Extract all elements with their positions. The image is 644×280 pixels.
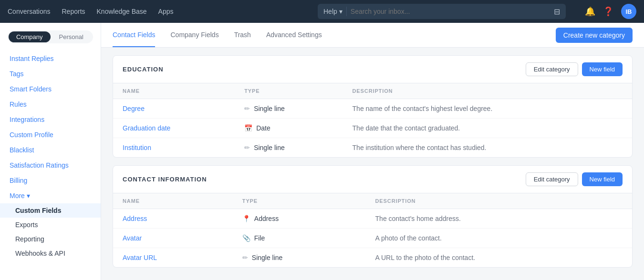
- education-new-field-button[interactable]: New field: [582, 62, 623, 76]
- education-fields-table: NAME TYPE DESCRIPTION Degree ✏Single lin…: [113, 83, 632, 157]
- contact-information-category-actions: Edit category New field: [526, 172, 623, 186]
- tab-advanced-settings[interactable]: Advanced Settings: [266, 23, 322, 47]
- nav-knowledge-base[interactable]: Knowledge Base: [97, 6, 147, 17]
- table-row: Avatar 📎File A photo of the contact.: [113, 229, 632, 248]
- file-icon: 📎: [242, 234, 250, 242]
- chevron-down-icon: ▾: [339, 8, 343, 15]
- help-dropdown[interactable]: Help ▾: [323, 8, 343, 15]
- field-avatar-type-label: File: [254, 234, 265, 242]
- education-category-header: EDUCATION Edit category New field: [113, 56, 632, 83]
- sidebar: Company Personal Instant Replies Tags Sm…: [0, 23, 101, 280]
- field-institution-name[interactable]: Institution: [123, 144, 151, 151]
- field-avatar-type: 📎File: [242, 234, 356, 242]
- content-area: Contact Fields Company Fields Trash Adva…: [101, 23, 644, 280]
- education-table-header-row: NAME TYPE DESCRIPTION: [113, 83, 632, 99]
- field-degree-name[interactable]: Degree: [123, 105, 145, 112]
- nav-reports[interactable]: Reports: [62, 6, 85, 17]
- education-edit-category-button[interactable]: Edit category: [526, 62, 578, 76]
- search-input[interactable]: [351, 8, 550, 15]
- contact-information-col-name: NAME: [113, 193, 233, 209]
- tab-bar: Contact Fields Company Fields Trash Adva…: [101, 23, 644, 48]
- sidebar-item-webhooks-api[interactable]: Webhooks & API: [0, 246, 101, 260]
- sidebar-item-custom-profile[interactable]: Custom Profile: [0, 127, 101, 142]
- create-new-category-button[interactable]: Create new category: [556, 28, 633, 43]
- education-col-name: NAME: [113, 83, 235, 99]
- table-row: Address 📍Address The contact's home addr…: [113, 209, 632, 229]
- nav-apps[interactable]: Apps: [158, 6, 174, 17]
- sidebar-item-blacklist[interactable]: Blacklist: [0, 142, 101, 158]
- help-circle-icon[interactable]: ❓: [603, 6, 613, 17]
- field-address-description: The contact's home address.: [375, 215, 461, 222]
- field-graduation-date-type-label: Date: [256, 124, 270, 132]
- contact-information-category-section: CONTACT INFORMATION Edit category New fi…: [113, 165, 633, 268]
- sidebar-item-reporting[interactable]: Reporting: [0, 232, 101, 246]
- field-address-type: 📍Address: [242, 215, 356, 222]
- contact-information-category-header: CONTACT INFORMATION Edit category New fi…: [113, 166, 632, 193]
- search-divider: [346, 7, 347, 16]
- sidebar-item-satisfaction-ratings[interactable]: Satisfaction Ratings: [0, 158, 101, 173]
- contact-information-col-type: TYPE: [233, 193, 366, 209]
- personal-toggle-btn[interactable]: Personal: [51, 31, 93, 42]
- single-line-icon: ✏: [242, 254, 248, 261]
- date-icon: 📅: [244, 124, 252, 132]
- tab-trash[interactable]: Trash: [234, 23, 251, 47]
- field-degree-description: The name of the contact's highest level …: [353, 105, 493, 112]
- sidebar-item-smart-folders[interactable]: Smart Folders: [0, 81, 101, 97]
- company-personal-toggle: Company Personal: [8, 30, 93, 43]
- tab-contact-fields[interactable]: Contact Fields: [113, 23, 155, 47]
- single-line-icon: ✏: [244, 144, 250, 151]
- tab-company-fields[interactable]: Company Fields: [170, 23, 218, 47]
- contact-information-new-field-button[interactable]: New field: [582, 172, 623, 186]
- field-avatar-description: A photo of the contact.: [375, 234, 442, 242]
- contact-information-edit-category-button[interactable]: Edit category: [526, 172, 578, 186]
- sidebar-item-billing[interactable]: Billing: [0, 173, 101, 188]
- sidebar-more-toggle[interactable]: More ▾: [0, 188, 101, 203]
- sidebar-item-tags[interactable]: Tags: [0, 66, 101, 81]
- field-avatar-url-description: A URL to the photo of the contact.: [375, 254, 476, 261]
- company-toggle-btn[interactable]: Company: [9, 31, 51, 42]
- education-col-description: DESCRIPTION: [343, 83, 632, 99]
- field-graduation-date-description: The date that the contact graduated.: [353, 124, 460, 132]
- content-scroll: EDUCATION Edit category New field NAME T…: [101, 48, 644, 280]
- chevron-down-icon: ▾: [27, 192, 30, 200]
- field-institution-type-label: Single line: [254, 144, 285, 151]
- education-category-title: EDUCATION: [123, 66, 526, 73]
- main-layout: Company Personal Instant Replies Tags Sm…: [0, 23, 644, 280]
- more-label: More: [10, 192, 25, 200]
- table-row: Degree ✏Single line The name of the cont…: [113, 99, 632, 119]
- sidebar-item-integrations[interactable]: Integrations: [0, 112, 101, 127]
- contact-information-category-title: CONTACT INFORMATION: [123, 176, 526, 183]
- field-graduation-date-name[interactable]: Graduation date: [123, 124, 170, 132]
- nav-conversations[interactable]: Conversations: [8, 6, 51, 17]
- education-col-type: TYPE: [235, 83, 343, 99]
- field-institution-description: The institution where the contact has st…: [353, 144, 487, 151]
- table-row: Institution ✏Single line The institution…: [113, 138, 632, 158]
- sidebar-item-custom-fields[interactable]: Custom Fields: [0, 203, 101, 218]
- field-avatar-url-name[interactable]: Avatar URL: [123, 254, 157, 261]
- table-row: Avatar URL ✏Single line A URL to the pho…: [113, 248, 632, 268]
- field-address-type-label: Address: [254, 215, 279, 222]
- sidebar-item-instant-replies[interactable]: Instant Replies: [0, 51, 101, 66]
- contact-information-col-description: DESCRIPTION: [366, 193, 632, 209]
- field-degree-type: ✏Single line: [244, 105, 333, 112]
- top-navigation: Conversations Reports Knowledge Base App…: [0, 0, 644, 23]
- sidebar-item-exports[interactable]: Exports: [0, 218, 101, 232]
- contact-information-fields-table: NAME TYPE DESCRIPTION Address 📍Address T…: [113, 193, 632, 267]
- field-avatar-url-type-label: Single line: [252, 254, 283, 261]
- education-category-actions: Edit category New field: [526, 62, 623, 76]
- field-institution-type: ✏Single line: [244, 144, 333, 151]
- education-category-section: EDUCATION Edit category New field NAME T…: [113, 55, 633, 158]
- field-avatar-url-type: ✏Single line: [242, 254, 356, 261]
- avatar[interactable]: IB: [621, 4, 636, 19]
- table-row: Graduation date 📅Date The date that the …: [113, 119, 632, 138]
- nav-icon-group: 🔔 ❓ IB: [585, 4, 636, 19]
- filter-icon[interactable]: ⊟: [554, 7, 560, 16]
- notifications-icon[interactable]: 🔔: [585, 6, 595, 17]
- contact-information-table-header-row: NAME TYPE DESCRIPTION: [113, 193, 632, 209]
- field-avatar-name[interactable]: Avatar: [123, 234, 142, 242]
- single-line-icon: ✏: [244, 105, 250, 112]
- help-label: Help: [323, 8, 337, 15]
- field-address-name[interactable]: Address: [123, 215, 147, 222]
- address-icon: 📍: [242, 215, 250, 222]
- sidebar-item-rules[interactable]: Rules: [0, 97, 101, 112]
